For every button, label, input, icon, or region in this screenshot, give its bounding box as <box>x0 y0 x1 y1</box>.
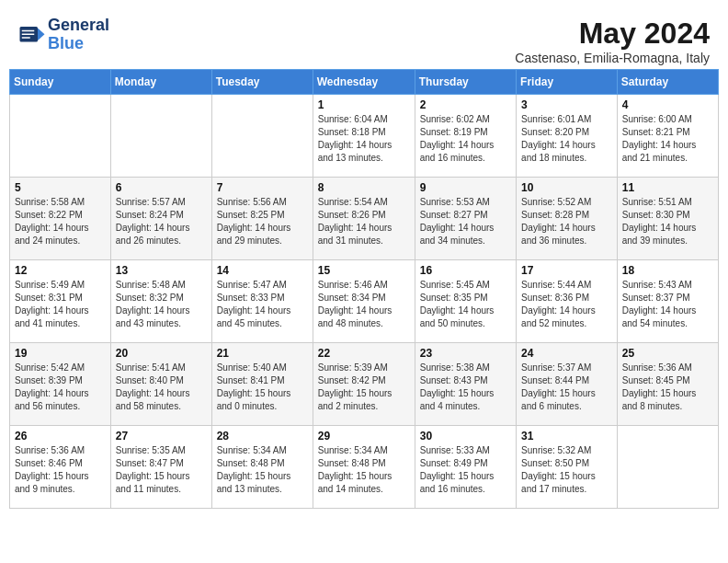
calendar-table: SundayMondayTuesdayWednesdayThursdayFrid… <box>9 69 719 509</box>
svg-rect-4 <box>22 37 30 39</box>
weekday-header-friday: Friday <box>517 70 618 95</box>
day-info: Sunrise: 5:38 AMSunset: 8:43 PMDaylight:… <box>420 362 511 413</box>
calendar-cell: 29Sunrise: 5:34 AMSunset: 8:48 PMDayligh… <box>313 426 415 509</box>
day-number: 20 <box>116 347 207 360</box>
day-info: Sunrise: 5:41 AMSunset: 8:40 PMDaylight:… <box>116 362 207 413</box>
weekday-header-row: SundayMondayTuesdayWednesdayThursdayFrid… <box>10 70 719 95</box>
day-number: 23 <box>420 347 511 360</box>
title-area: May 2024 Castenaso, Emilia-Romagna, Ital… <box>515 17 710 65</box>
logo: General Blue <box>18 17 109 53</box>
calendar-cell <box>617 426 718 509</box>
calendar-cell: 4Sunrise: 6:00 AMSunset: 8:21 PMDaylight… <box>617 95 718 178</box>
calendar-cell <box>211 95 313 178</box>
day-number: 14 <box>217 264 308 277</box>
day-number: 27 <box>116 430 207 442</box>
day-info: Sunrise: 6:04 AMSunset: 8:18 PMDaylight:… <box>318 113 410 165</box>
calendar-cell: 11Sunrise: 5:51 AMSunset: 8:30 PMDayligh… <box>617 178 718 260</box>
location: Castenaso, Emilia-Romagna, Italy <box>515 51 710 65</box>
calendar-cell: 16Sunrise: 5:45 AMSunset: 8:35 PMDayligh… <box>415 260 516 343</box>
day-number: 30 <box>420 430 511 442</box>
day-info: Sunrise: 5:36 AMSunset: 8:45 PMDaylight:… <box>622 362 713 413</box>
day-number: 1 <box>318 98 410 111</box>
day-info: Sunrise: 5:37 AMSunset: 8:44 PMDaylight:… <box>521 362 612 413</box>
calendar-cell: 12Sunrise: 5:49 AMSunset: 8:31 PMDayligh… <box>10 260 111 343</box>
day-info: Sunrise: 5:52 AMSunset: 8:28 PMDaylight:… <box>521 196 612 247</box>
day-number: 7 <box>217 181 308 194</box>
day-info: Sunrise: 5:56 AMSunset: 8:25 PMDaylight:… <box>217 196 308 247</box>
calendar-cell: 1Sunrise: 6:04 AMSunset: 8:18 PMDaylight… <box>313 95 415 178</box>
day-number: 29 <box>318 430 410 442</box>
day-info: Sunrise: 5:35 AMSunset: 8:47 PMDaylight:… <box>116 444 207 496</box>
day-number: 31 <box>521 430 612 442</box>
calendar-cell: 8Sunrise: 5:54 AMSunset: 8:26 PMDaylight… <box>313 178 415 260</box>
calendar-week-row: 19Sunrise: 5:42 AMSunset: 8:39 PMDayligh… <box>10 343 719 426</box>
page-header: General Blue May 2024 Castenaso, Emilia-… <box>9 9 719 69</box>
logo-text-line1: General <box>48 17 109 35</box>
calendar-cell <box>10 95 111 178</box>
day-number: 16 <box>420 264 511 277</box>
calendar-week-row: 5Sunrise: 5:58 AMSunset: 8:22 PMDaylight… <box>10 178 719 260</box>
calendar-cell: 22Sunrise: 5:39 AMSunset: 8:42 PMDayligh… <box>313 343 415 426</box>
day-info: Sunrise: 5:39 AMSunset: 8:42 PMDaylight:… <box>318 362 410 413</box>
calendar-cell: 28Sunrise: 5:34 AMSunset: 8:48 PMDayligh… <box>211 426 313 509</box>
day-number: 3 <box>521 98 612 111</box>
svg-rect-2 <box>22 30 35 32</box>
svg-marker-1 <box>38 28 45 40</box>
weekday-header-saturday: Saturday <box>617 70 718 95</box>
day-number: 19 <box>15 347 106 360</box>
calendar-cell: 23Sunrise: 5:38 AMSunset: 8:43 PMDayligh… <box>415 343 516 426</box>
logo-text-line2: Blue <box>48 35 109 53</box>
calendar-cell: 6Sunrise: 5:57 AMSunset: 8:24 PMDaylight… <box>110 178 211 260</box>
weekday-header-wednesday: Wednesday <box>313 70 415 95</box>
calendar-week-row: 26Sunrise: 5:36 AMSunset: 8:46 PMDayligh… <box>10 426 719 509</box>
day-info: Sunrise: 5:34 AMSunset: 8:48 PMDaylight:… <box>318 444 410 496</box>
day-info: Sunrise: 5:43 AMSunset: 8:37 PMDaylight:… <box>622 279 713 330</box>
day-info: Sunrise: 5:33 AMSunset: 8:49 PMDaylight:… <box>420 444 511 496</box>
day-number: 13 <box>116 264 207 277</box>
weekday-header-monday: Monday <box>110 70 211 95</box>
day-number: 11 <box>622 181 713 194</box>
day-number: 12 <box>15 264 106 277</box>
calendar-week-row: 1Sunrise: 6:04 AMSunset: 8:18 PMDaylight… <box>10 95 719 178</box>
day-number: 21 <box>217 347 308 360</box>
day-info: Sunrise: 5:51 AMSunset: 8:30 PMDaylight:… <box>622 196 713 247</box>
calendar-cell: 10Sunrise: 5:52 AMSunset: 8:28 PMDayligh… <box>517 178 618 260</box>
day-info: Sunrise: 5:54 AMSunset: 8:26 PMDaylight:… <box>318 196 410 247</box>
calendar-cell: 5Sunrise: 5:58 AMSunset: 8:22 PMDaylight… <box>10 178 111 260</box>
day-info: Sunrise: 5:46 AMSunset: 8:34 PMDaylight:… <box>318 279 410 330</box>
calendar-cell: 26Sunrise: 5:36 AMSunset: 8:46 PMDayligh… <box>10 426 111 509</box>
svg-rect-3 <box>22 33 35 35</box>
day-info: Sunrise: 6:02 AMSunset: 8:19 PMDaylight:… <box>420 113 511 165</box>
calendar-cell: 14Sunrise: 5:47 AMSunset: 8:33 PMDayligh… <box>211 260 313 343</box>
logo-icon <box>18 21 46 49</box>
day-info: Sunrise: 5:49 AMSunset: 8:31 PMDaylight:… <box>15 279 106 330</box>
calendar-cell: 15Sunrise: 5:46 AMSunset: 8:34 PMDayligh… <box>313 260 415 343</box>
day-number: 18 <box>622 264 713 277</box>
day-number: 24 <box>521 347 612 360</box>
calendar-cell <box>110 95 211 178</box>
calendar-cell: 3Sunrise: 6:01 AMSunset: 8:20 PMDaylight… <box>517 95 618 178</box>
calendar-cell: 2Sunrise: 6:02 AMSunset: 8:19 PMDaylight… <box>415 95 516 178</box>
weekday-header-tuesday: Tuesday <box>211 70 313 95</box>
calendar-cell: 7Sunrise: 5:56 AMSunset: 8:25 PMDaylight… <box>211 178 313 260</box>
day-info: Sunrise: 6:00 AMSunset: 8:21 PMDaylight:… <box>622 113 713 165</box>
day-info: Sunrise: 5:48 AMSunset: 8:32 PMDaylight:… <box>116 279 207 330</box>
day-info: Sunrise: 5:32 AMSunset: 8:50 PMDaylight:… <box>521 444 612 496</box>
calendar-cell: 13Sunrise: 5:48 AMSunset: 8:32 PMDayligh… <box>110 260 211 343</box>
day-number: 22 <box>318 347 410 360</box>
day-number: 15 <box>318 264 410 277</box>
day-info: Sunrise: 5:34 AMSunset: 8:48 PMDaylight:… <box>217 444 308 496</box>
calendar-cell: 9Sunrise: 5:53 AMSunset: 8:27 PMDaylight… <box>415 178 516 260</box>
calendar-cell: 30Sunrise: 5:33 AMSunset: 8:49 PMDayligh… <box>415 426 516 509</box>
calendar-cell: 24Sunrise: 5:37 AMSunset: 8:44 PMDayligh… <box>517 343 618 426</box>
calendar-cell: 17Sunrise: 5:44 AMSunset: 8:36 PMDayligh… <box>517 260 618 343</box>
day-number: 2 <box>420 98 511 111</box>
day-number: 25 <box>622 347 713 360</box>
calendar-cell: 31Sunrise: 5:32 AMSunset: 8:50 PMDayligh… <box>517 426 618 509</box>
day-info: Sunrise: 5:40 AMSunset: 8:41 PMDaylight:… <box>217 362 308 413</box>
day-number: 6 <box>116 181 207 194</box>
day-number: 5 <box>15 181 106 194</box>
calendar-cell: 21Sunrise: 5:40 AMSunset: 8:41 PMDayligh… <box>211 343 313 426</box>
day-number: 4 <box>622 98 713 111</box>
weekday-header-sunday: Sunday <box>10 70 111 95</box>
